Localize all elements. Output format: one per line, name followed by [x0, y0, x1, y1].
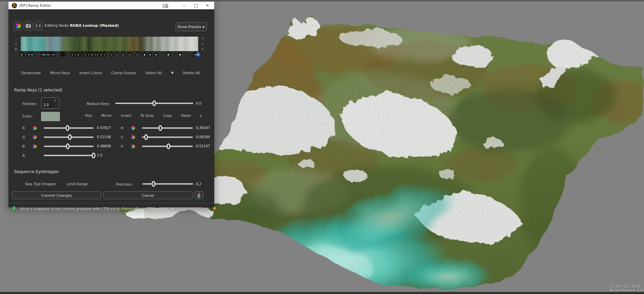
- slider-track-s[interactable]: [142, 136, 193, 138]
- pin-icon[interactable]: [211, 206, 217, 211]
- ramp-left-r[interactable]: R: [14, 47, 18, 51]
- ramp-key[interactable]: [96, 52, 99, 57]
- color-wheel-mini-icon[interactable]: [33, 144, 37, 148]
- cancel-button[interactable]: Cancel: [103, 191, 193, 199]
- ramp-key[interactable]: [128, 52, 132, 57]
- select-mode-dropdown[interactable]: ▼: [171, 71, 174, 75]
- minimize-button[interactable]: —: [179, 2, 189, 9]
- mirror-keys-button[interactable]: Mirror Keys: [50, 71, 70, 75]
- slider-thumb-b[interactable]: [66, 144, 70, 149]
- slider-thumb-g[interactable]: [68, 134, 72, 140]
- key-color-dot: [179, 54, 181, 56]
- key-color-dot: [91, 54, 93, 56]
- slider-thumb-h[interactable]: [159, 125, 162, 131]
- color-wheel-mini-icon[interactable]: [131, 135, 135, 139]
- slider-track-b[interactable]: [44, 146, 94, 147]
- status-bar: i Store a snapshot of the current gradie…: [12, 206, 211, 212]
- seq-eye-dropper-button[interactable]: Seq. Eye Dropper: [25, 182, 56, 186]
- maximize-button[interactable]: [191, 2, 201, 9]
- copy-color-button[interactable]: Copy: [163, 113, 172, 118]
- color-wheel-mini-icon[interactable]: [33, 135, 37, 139]
- slider-track-v[interactable]: [142, 146, 193, 147]
- arrow-right-icon[interactable]: →: [170, 206, 174, 211]
- slider-track-g[interactable]: [44, 136, 94, 138]
- eyedropper-drop-button[interactable]: [195, 191, 203, 199]
- ramp-key[interactable]: [30, 52, 34, 57]
- ramp-key[interactable]: [115, 52, 119, 57]
- ramp-key[interactable]: [109, 52, 113, 57]
- select-all-button[interactable]: Select All: [145, 71, 162, 75]
- paste-color-button[interactable]: Paste: [181, 113, 191, 118]
- ramp-actions-row: DesaturateMirror KeysInvert ColorsClamp …: [21, 71, 200, 75]
- position-increment-button[interactable]: +: [54, 99, 56, 102]
- limit-range-button[interactable]: Limit Range: [66, 182, 88, 186]
- to-gray-color-button[interactable]: To Gray: [140, 113, 154, 118]
- ramp-key[interactable]: [83, 52, 87, 57]
- reduce-keys-value: 0.0: [196, 102, 201, 105]
- reduce-keys-slider[interactable]: [115, 103, 193, 104]
- slider-thumb-r[interactable]: [66, 125, 69, 131]
- pause-button[interactable]: I I: [34, 21, 43, 30]
- clear-color-button[interactable]: x: [200, 113, 202, 118]
- ramp-key-selected[interactable]: [196, 52, 200, 57]
- color-swatch[interactable]: [41, 112, 60, 121]
- dialog-titlebar[interactable]: [EP] Ramp Editor — ✕: [8, 2, 214, 9]
- slider-thumb-a[interactable]: [92, 153, 96, 159]
- ramp-key[interactable]: [154, 52, 158, 57]
- app-logo-icon: [12, 3, 17, 8]
- reduce-keys-slider-thumb[interactable]: [153, 101, 156, 106]
- ramp-key[interactable]: [20, 52, 24, 57]
- ramp-right-arrow[interactable]: >: [200, 42, 205, 46]
- color-wheel-mini-icon[interactable]: [131, 126, 135, 130]
- color-wheel-icon: [16, 23, 21, 28]
- desaturate-button[interactable]: Desaturate: [21, 71, 41, 75]
- ramp-gradient[interactable]: [20, 36, 199, 51]
- ramp-key[interactable]: [166, 52, 170, 57]
- commit-changes-button[interactable]: Commit Changes: [12, 191, 101, 199]
- slider-track-r[interactable]: [44, 127, 94, 129]
- snapshot-camera-button[interactable]: [24, 21, 33, 30]
- position-input[interactable]: 1.0 + -: [41, 98, 59, 109]
- color-wheel-mini-icon[interactable]: [131, 144, 135, 148]
- pick-color-button[interactable]: Pick: [85, 113, 92, 118]
- slider-track-h[interactable]: [142, 127, 193, 129]
- ramp-key[interactable]: [62, 52, 65, 57]
- position-value[interactable]: 1.0: [43, 103, 49, 107]
- ramp-key[interactable]: [148, 52, 152, 57]
- invert-colors-button[interactable]: Invert Colors: [79, 71, 102, 75]
- precision-slider-thumb[interactable]: [152, 181, 156, 187]
- ramp-right-f[interactable]: F: [200, 47, 205, 51]
- color-wheel-mini-icon[interactable]: [33, 126, 37, 130]
- ramp-key[interactable]: [103, 52, 106, 57]
- mirror-color-button[interactable]: Mirror: [101, 113, 112, 118]
- video-icon[interactable]: [163, 4, 168, 8]
- viewport-bottom-edge: [0, 292, 644, 294]
- precision-slider[interactable]: [142, 183, 193, 185]
- ramp-key[interactable]: [121, 52, 125, 57]
- delete-all-button[interactable]: Delete All: [183, 71, 200, 75]
- position-decrement-button[interactable]: -: [55, 104, 56, 107]
- slider-thumb-s[interactable]: [144, 134, 148, 140]
- key-color-dot: [122, 54, 124, 56]
- clamp-output-button[interactable]: Clamp Output: [111, 71, 136, 75]
- invert-color-button[interactable]: Invert: [121, 113, 132, 118]
- sequence-eyedropper-header: Sequence Eyedropper: [14, 169, 59, 174]
- key-color-dot: [167, 54, 169, 56]
- close-button[interactable]: ✕: [202, 2, 213, 9]
- ramp-key[interactable]: [52, 52, 55, 57]
- key-color-dot: [104, 54, 105, 56]
- color-wheel-button[interactable]: [14, 21, 23, 30]
- slider-track-a[interactable]: [44, 155, 94, 156]
- ramp-left-minus[interactable]: -: [14, 37, 18, 40]
- ramp-left-arrow[interactable]: <: [14, 42, 18, 46]
- slider-thumb-v[interactable]: [167, 144, 170, 149]
- ramp-key[interactable]: [178, 52, 182, 57]
- pause-icon: I I: [36, 24, 41, 28]
- ramp-key[interactable]: [143, 52, 146, 57]
- ramp-right-plus[interactable]: +: [200, 37, 205, 40]
- show-presets-button[interactable]: Show Presets ▶: [176, 22, 207, 31]
- key-color-dot: [75, 54, 77, 56]
- ramp-key[interactable]: [136, 52, 139, 57]
- dialog-title: [EP] Ramp Editor: [19, 3, 51, 8]
- editing-node-name: RGBA Lookup (Masked): [70, 23, 119, 28]
